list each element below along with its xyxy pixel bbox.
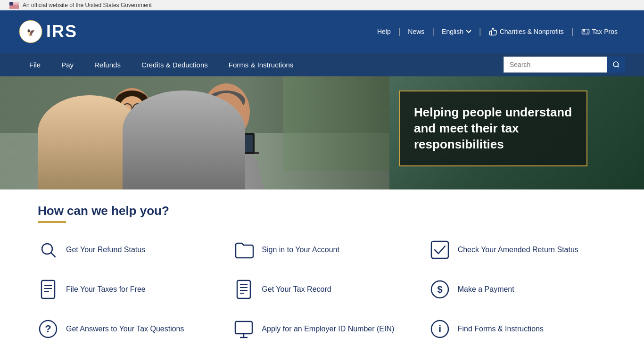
svg-text:i: i <box>438 323 441 335</box>
svg-rect-5 <box>9 7 19 7</box>
help-item-tax-record[interactable]: Get Your Tax Record <box>233 277 410 302</box>
search-magnify-icon <box>38 239 58 260</box>
main-nav-links: File Pay Refunds Credits & Deductions Fo… <box>19 53 304 76</box>
nav-refunds[interactable]: Refunds <box>84 53 131 76</box>
svg-point-26 <box>213 116 239 131</box>
chevron-down-icon <box>466 30 471 33</box>
help-grid: Get Your Refund Status Sign in to Your A… <box>38 237 606 342</box>
irs-logo-text: IRS <box>46 22 77 41</box>
hero-section: Helping people understand and meet their… <box>0 76 644 189</box>
help-item-label: Find Forms & Instructions <box>458 324 544 334</box>
help-item-find-forms[interactable]: i Find Forms & Instructions <box>429 316 606 342</box>
svg-rect-10 <box>582 29 589 34</box>
help-item-label: Get Your Refund Status <box>66 245 145 255</box>
svg-rect-33 <box>41 280 55 298</box>
svg-rect-18 <box>115 102 120 119</box>
help-item-questions[interactable]: ? Get Answers to Your Tax Questions <box>38 316 215 342</box>
nav-link-tax-pros[interactable]: Tax Pros <box>574 27 625 36</box>
irs-emblem-icon: 🦅 <box>19 20 42 43</box>
svg-rect-37 <box>237 280 250 298</box>
info-circle-icon: i <box>429 319 450 339</box>
nav-file[interactable]: File <box>19 53 51 76</box>
help-section-title: How can we help you? <box>38 204 606 218</box>
dollar-circle-icon: $ <box>429 279 450 300</box>
help-item-file-free[interactable]: File Your Taxes for Free <box>38 277 215 302</box>
gov-banner-text: An official website of the United States… <box>23 2 152 8</box>
svg-rect-7 <box>9 2 13 6</box>
svg-rect-30 <box>0 76 405 189</box>
search-input[interactable] <box>504 57 607 73</box>
top-nav: 🦅 IRS Help | News | English | Charities … <box>0 10 644 53</box>
gov-banner: An official website of the United States… <box>0 0 644 10</box>
help-item-label: Get Answers to Your Tax Questions <box>66 324 184 334</box>
svg-rect-28 <box>160 133 255 154</box>
help-item-label: Make a Payment <box>458 285 514 295</box>
help-item-label: Apply for an Employer ID Number (EIN) <box>262 324 394 334</box>
help-item-label: Check Your Amended Return Status <box>458 245 578 255</box>
hero-text-box: Helping people understand and meet their… <box>399 90 587 166</box>
help-item-sign-in[interactable]: Sign in to Your Account <box>233 237 410 263</box>
document-lines-icon <box>38 279 58 300</box>
help-item-label: Sign in to Your Account <box>262 245 339 255</box>
top-nav-links: Help | News | English | Charities & Nonp… <box>370 27 625 37</box>
svg-rect-32 <box>431 241 448 258</box>
us-flag-icon <box>9 2 19 8</box>
checkbox-check-icon <box>429 239 450 260</box>
svg-rect-6 <box>9 8 19 8</box>
nav-link-charities[interactable]: Charities & Nonprofits <box>481 27 571 36</box>
nav-link-help[interactable]: Help <box>370 28 398 35</box>
search-box <box>504 57 625 73</box>
svg-rect-4 <box>9 6 19 6</box>
hero-photo-svg <box>0 76 405 189</box>
svg-text:🦅: 🦅 <box>27 29 35 37</box>
help-item-label: Get Your Tax Record <box>262 285 331 295</box>
svg-text:$: $ <box>437 284 442 295</box>
hero-image <box>0 76 405 189</box>
help-item-refund-status[interactable]: Get Your Refund Status <box>38 237 215 263</box>
id-card-icon <box>581 27 590 36</box>
svg-rect-29 <box>162 135 253 152</box>
help-item-ein[interactable]: Apply for an Employer ID Number (EIN) <box>233 316 410 342</box>
monitor-icon <box>233 319 254 339</box>
main-nav: File Pay Refunds Credits & Deductions Fo… <box>0 53 644 76</box>
document2-icon <box>233 279 254 300</box>
help-title-underline <box>38 221 66 223</box>
nav-link-news[interactable]: News <box>400 28 432 35</box>
help-item-label: File Your Taxes for Free <box>66 285 146 295</box>
folder-icon <box>233 239 254 260</box>
nav-credits[interactable]: Credits & Deductions <box>131 53 218 76</box>
svg-point-11 <box>613 62 619 67</box>
irs-logo[interactable]: 🦅 IRS <box>19 20 77 43</box>
hero-title: Helping people understand and meet their… <box>414 105 572 152</box>
svg-rect-46 <box>235 321 252 334</box>
svg-text:?: ? <box>45 323 51 335</box>
nav-pay[interactable]: Pay <box>51 53 84 76</box>
nav-link-english[interactable]: English <box>434 28 479 35</box>
help-item-payment[interactable]: $ Make a Payment <box>429 277 606 302</box>
search-button[interactable] <box>607 57 625 73</box>
nav-forms[interactable]: Forms & Instructions <box>218 53 304 76</box>
question-circle-icon: ? <box>38 319 58 339</box>
help-item-amended[interactable]: Check Your Amended Return Status <box>429 237 606 263</box>
search-icon <box>612 61 620 68</box>
svg-rect-27 <box>156 152 259 154</box>
hand-icon <box>489 27 497 36</box>
help-section: How can we help you? Get Your Refund Sta… <box>0 189 644 361</box>
